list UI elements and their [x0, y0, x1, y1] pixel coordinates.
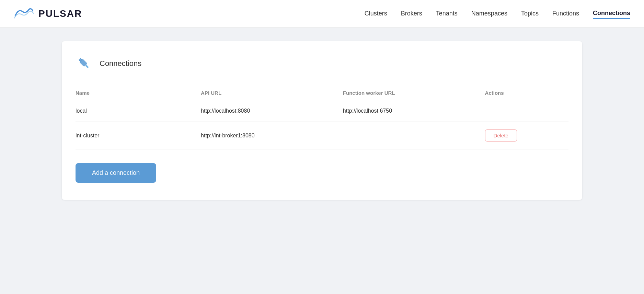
connections-icon: [76, 55, 93, 72]
nav-topics[interactable]: Topics: [521, 9, 539, 19]
logo-area: PULSAR: [14, 5, 82, 22]
header: PULSAR Clusters Brokers Tenants Namespac…: [0, 0, 644, 27]
cell-api-url: http://localhost:8080: [201, 100, 343, 122]
cell-actions: [485, 100, 568, 122]
main-nav: Clusters Brokers Tenants Namespaces Topi…: [365, 8, 630, 19]
cell-actions: Delete: [485, 122, 568, 149]
col-header-name: Name: [76, 86, 201, 100]
nav-tenants[interactable]: Tenants: [436, 9, 458, 19]
col-header-worker: Function worker URL: [343, 86, 485, 100]
nav-brokers[interactable]: Brokers: [401, 9, 422, 19]
connections-card: Connections Name API URL Function worker…: [62, 41, 582, 200]
cell-worker-url: [343, 122, 485, 149]
col-header-api: API URL: [201, 86, 343, 100]
delete-button[interactable]: Delete: [485, 129, 517, 142]
cell-name: int-cluster: [76, 122, 201, 149]
pulsar-logo-icon: [14, 5, 34, 22]
cell-name: local: [76, 100, 201, 122]
logo-text: PULSAR: [38, 8, 82, 19]
table-header-row: Name API URL Function worker URL Actions: [76, 86, 568, 100]
nav-functions[interactable]: Functions: [552, 9, 579, 19]
nav-connections[interactable]: Connections: [593, 8, 630, 19]
connections-table: Name API URL Function worker URL Actions…: [76, 86, 568, 149]
cell-api-url: http://int-broker1:8080: [201, 122, 343, 149]
table-row: int-clusterhttp://int-broker1:8080Delete: [76, 122, 568, 149]
card-title: Connections: [100, 59, 141, 68]
nav-namespaces[interactable]: Namespaces: [471, 9, 507, 19]
col-header-actions: Actions: [485, 86, 568, 100]
nav-clusters[interactable]: Clusters: [365, 9, 387, 19]
add-connection-button[interactable]: Add a connection: [76, 163, 156, 183]
cell-worker-url: http://localhost:6750: [343, 100, 485, 122]
card-header: Connections: [76, 55, 568, 72]
main-content: Connections Name API URL Function worker…: [0, 27, 644, 214]
table-row: localhttp://localhost:8080http://localho…: [76, 100, 568, 122]
